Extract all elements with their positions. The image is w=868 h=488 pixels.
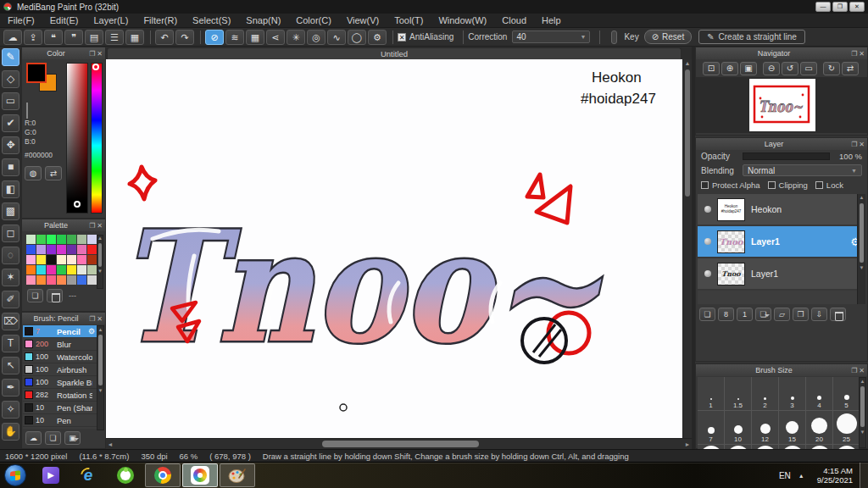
palette-swatch[interactable] (36, 245, 46, 254)
eraser-tool[interactable]: ◇ (2, 70, 19, 88)
menu-item[interactable]: Tool(T) (387, 14, 431, 27)
select-eraser-tool[interactable]: ⌦ (2, 313, 19, 330)
palette-swatch[interactable] (57, 275, 66, 285)
brush-size-cell[interactable]: 15 (779, 411, 805, 444)
brush-item[interactable]: 200 Blur (23, 338, 97, 351)
parallel-snap-icon[interactable]: ≋ (225, 30, 244, 45)
language-indicator[interactable]: EN (773, 471, 797, 480)
layer-scrollbar[interactable]: ▲▼ (857, 194, 865, 304)
duplicate-layer-button[interactable]: ❐ (793, 308, 809, 321)
fit-screen-icon[interactable]: ▣ (740, 62, 757, 75)
reset-button[interactable]: ⊘ Reset (644, 30, 693, 44)
taskbar-internet-explorer-icon[interactable]: e (70, 463, 106, 487)
vanishing-point-snap-icon[interactable]: ⋖ (266, 30, 285, 45)
close-button[interactable]: ✕ (849, 2, 865, 12)
popup-icon[interactable]: ❐ (89, 222, 95, 230)
palette-swatch[interactable] (36, 275, 46, 285)
brush-menu-button[interactable]: ▣ (64, 431, 81, 445)
sv-marker[interactable] (74, 201, 81, 208)
scroll-right-icon[interactable]: ► (683, 441, 692, 447)
pen-pressure-widget[interactable] (611, 30, 617, 44)
visibility-icon[interactable] (704, 270, 711, 277)
checkbox-icon[interactable] (815, 181, 823, 189)
new-1bit-layer-button[interactable]: 1 (737, 308, 753, 321)
menu-item[interactable]: Select(S) (185, 14, 238, 27)
palette-swatch[interactable] (47, 235, 56, 244)
palette-swatch[interactable] (57, 265, 66, 274)
snap-settings-icon[interactable]: ⚙ (368, 30, 387, 45)
hand-tool[interactable]: ✋ (2, 423, 19, 441)
taskbar-paint-app-icon[interactable] (220, 463, 255, 487)
palette-swatch[interactable] (77, 265, 86, 274)
popup-icon[interactable]: ❐ (851, 50, 857, 58)
comment-icon[interactable]: ❝ (44, 30, 63, 45)
show-desktop-button[interactable] (860, 463, 868, 488)
taskbar-chrome-icon[interactable] (145, 463, 181, 487)
panel-layout-icon[interactable]: ▦ (125, 30, 144, 45)
restore-button[interactable]: ❐ (832, 2, 848, 12)
brush-size-cell[interactable]: 7 (698, 411, 724, 444)
palette-swatch[interactable] (67, 265, 76, 274)
shape-brush-tool[interactable]: ▭ (2, 92, 19, 110)
menu-item[interactable]: Snap(N) (238, 14, 288, 27)
lasso-tool[interactable]: ◌ (2, 247, 19, 264)
select-pen-tool[interactable]: ✐ (2, 291, 19, 308)
new-layer-button[interactable]: ❏ (699, 308, 715, 321)
publish-icon[interactable]: ⇪ (24, 30, 42, 45)
start-button[interactable] (4, 464, 26, 486)
color-wheel-button[interactable]: ◍ (25, 166, 42, 180)
palette-swatch[interactable] (47, 245, 56, 254)
blending-select[interactable]: Normal ▼ (743, 164, 862, 176)
palette-swatch[interactable] (67, 255, 76, 264)
concentric-snap-icon[interactable]: ◎ (307, 30, 326, 45)
brush-settings-icon[interactable]: ⚙ (88, 327, 95, 336)
brush-size-cell[interactable]: 10 (725, 411, 751, 444)
palette-swatch[interactable] (26, 235, 36, 244)
menu-item[interactable]: Layer(L) (86, 14, 136, 27)
taskbar-kmplayer-icon[interactable]: ▶ (33, 463, 69, 487)
menu-item[interactable]: Cloud (494, 14, 534, 27)
saturation-value-picker[interactable] (66, 63, 88, 214)
clock[interactable]: 4:15 AM 9/25/2021 (810, 466, 860, 485)
material-panel-icon[interactable]: ☰ (105, 30, 124, 45)
brush-item[interactable]: 10 Pen (23, 414, 97, 427)
magic-wand-tool[interactable]: ✶ (2, 269, 19, 286)
brush-size-cell[interactable]: 3 (779, 377, 805, 410)
taskbar-coccoc-icon[interactable] (108, 463, 143, 487)
brush-size-cell[interactable]: 4 (806, 377, 832, 410)
taskbar-medibang-icon[interactable] (182, 463, 218, 487)
close-icon[interactable]: ✕ (859, 50, 865, 58)
palette-swatch[interactable] (57, 235, 66, 244)
visibility-icon[interactable] (704, 238, 711, 245)
visibility-icon[interactable] (704, 206, 711, 213)
palette-swatch[interactable] (67, 275, 76, 285)
merge-layer-button[interactable]: ⇩ (811, 308, 827, 321)
layer-row[interactable]: Tnoo Layer1 ⚙ (698, 226, 865, 258)
close-icon[interactable]: ✕ (859, 141, 865, 148)
palette-scrollbar[interactable]: ▲▼ (97, 235, 103, 289)
brush-item[interactable]: 7 Pencil ⚙ (23, 325, 97, 338)
menu-item[interactable]: Color(C) (288, 14, 339, 27)
scroll-left-icon[interactable]: ◄ (106, 441, 114, 447)
brush-item[interactable]: 10 Pen (Shar (23, 402, 97, 414)
palette-swatch[interactable] (67, 245, 76, 254)
folder-button[interactable]: ▱ (774, 308, 790, 321)
antialiasing-checkbox[interactable]: ✕ (398, 33, 406, 42)
close-icon[interactable]: ✕ (97, 315, 103, 323)
popup-icon[interactable]: ❐ (851, 141, 857, 148)
layer-option-checkbox[interactable]: Lock (815, 180, 843, 190)
opacity-slider[interactable] (743, 152, 830, 160)
move-tool[interactable]: ✥ (2, 136, 19, 154)
bucket-tool[interactable]: ◧ (2, 180, 19, 198)
palette-swatch[interactable] (26, 255, 36, 264)
document-tab[interactable]: Untitled (107, 47, 682, 59)
undo-icon[interactable]: ↶ (155, 30, 174, 45)
palette-swatch[interactable] (47, 255, 56, 264)
delete-layer-button[interactable] (830, 308, 846, 321)
color-swap-button[interactable]: ⇄ (45, 166, 62, 180)
palette-swatch[interactable] (87, 265, 97, 274)
layer-option-checkbox[interactable]: Protect Alpha (701, 180, 760, 190)
navigator-view[interactable]: Tnoo~ (696, 77, 867, 133)
operation-tool[interactable]: ↖ (2, 357, 19, 374)
redo-icon[interactable]: ↷ (175, 30, 194, 45)
